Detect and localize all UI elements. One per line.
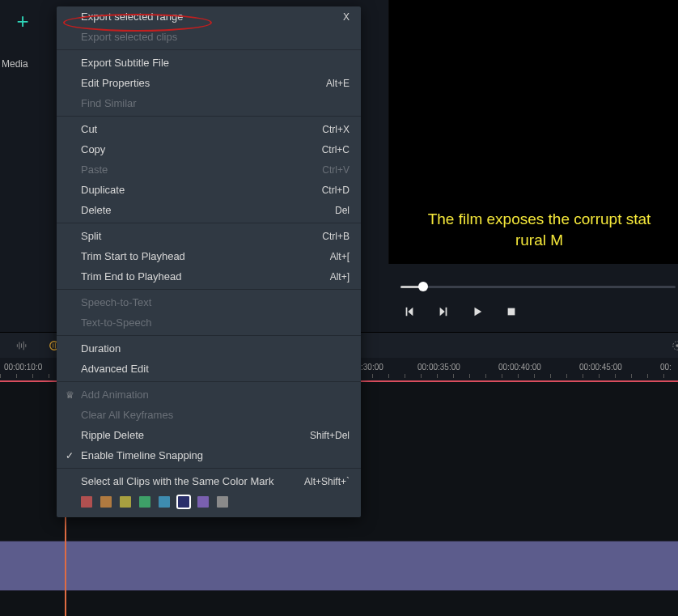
- svg-rect-2: [19, 342, 20, 350]
- audio-waveform-icon[interactable]: [15, 338, 29, 353]
- color-swatch[interactable]: [178, 496, 189, 508]
- menu-item-text-to-speech: Text-to-Speech: [57, 312, 361, 333]
- ruler-timestamp: 00:00:45:00: [579, 363, 622, 372]
- ruler-timestamp: 00:00:40:00: [498, 363, 541, 372]
- color-swatch[interactable]: [139, 496, 150, 508]
- menu-item-shortcut: Alt+]: [330, 271, 350, 283]
- menu-item-export-selected-range[interactable]: Export selected rangeX: [57, 6, 361, 27]
- menu-item-shortcut: X: [343, 11, 350, 23]
- subtitle-line: The film exposes the corrupt stat: [400, 209, 678, 230]
- menu-item-label: Edit Properties: [81, 77, 150, 89]
- menu-item-duplicate[interactable]: DuplicateCtrl+D: [57, 180, 361, 200]
- video-clip[interactable]: [0, 541, 678, 591]
- menu-item-label: Text-to-Speech: [81, 316, 151, 329]
- color-swatch[interactable]: [217, 496, 228, 508]
- context-menu: Export selected rangeXExport selected cl…: [57, 6, 361, 517]
- menu-item-duration[interactable]: Duration: [57, 338, 361, 359]
- menu-item-label: Export Subtitle File: [81, 57, 169, 69]
- settings-icon[interactable]: [670, 338, 678, 353]
- menu-item-shortcut: Ctrl+B: [322, 231, 350, 242]
- menu-item-shortcut: Alt+Shift+`: [304, 476, 350, 487]
- menu-item-find-similar: Find Similar: [57, 93, 361, 113]
- menu-item-add-animation: ♕Add Animation: [57, 384, 361, 405]
- color-swatch[interactable]: [100, 496, 112, 508]
- check-icon: ✓: [63, 449, 76, 462]
- menu-item-shortcut: Alt+[: [330, 251, 350, 262]
- menu-item-shortcut: Ctrl+D: [322, 185, 350, 196]
- menu-item-label: Cut: [81, 123, 97, 135]
- menu-item-clear-all-keyframes: Clear All Keyframes: [57, 405, 361, 425]
- menu-item-export-subtitle-file[interactable]: Export Subtitle File: [57, 53, 361, 73]
- menu-item-label: Export selected clips: [81, 31, 177, 43]
- color-swatch[interactable]: [197, 496, 209, 508]
- menu-item-label: Duration: [81, 342, 121, 355]
- prev-frame-button[interactable]: [402, 304, 417, 319]
- menu-separator: [57, 468, 361, 469]
- menu-separator: [57, 49, 361, 50]
- menu-item-speech-to-text: Speech-to-Text: [57, 292, 361, 312]
- subtitle-line: rural M: [400, 230, 678, 251]
- menu-item-shortcut: Ctrl+V: [322, 164, 350, 176]
- menu-item-label: Add Animation: [81, 389, 149, 401]
- svg-rect-3: [21, 343, 22, 347]
- menu-item-label: Trim End to Playhead: [81, 270, 182, 283]
- transport-controls: [402, 304, 519, 319]
- menu-item-label: Copy: [81, 143, 105, 155]
- menu-separator: [57, 223, 361, 223]
- menu-item-cut[interactable]: CutCtrl+X: [57, 119, 361, 139]
- menu-separator: [57, 289, 361, 290]
- preview-scrub-bar[interactable]: [400, 283, 676, 291]
- stop-button[interactable]: [504, 304, 519, 319]
- ruler-timestamp: :30:00: [361, 363, 383, 372]
- menu-item-label: Select all Clips with the Same Color Mar…: [81, 475, 273, 487]
- svg-rect-1: [17, 344, 18, 347]
- media-panel-label: Media: [2, 58, 28, 70]
- menu-item-shortcut: Shift+Del: [310, 430, 350, 441]
- menu-item-shortcut: Ctrl+X: [322, 124, 350, 135]
- color-swatch[interactable]: [120, 496, 131, 508]
- scrub-track: [400, 286, 676, 288]
- menu-item-paste: PasteCtrl+V: [57, 159, 361, 180]
- menu-item-edit-properties[interactable]: Edit PropertiesAlt+E: [57, 73, 361, 93]
- color-swatch[interactable]: [159, 496, 170, 508]
- menu-separator: [57, 335, 361, 336]
- menu-item-enable-timeline-snapping[interactable]: ✓Enable Timeline Snapping: [57, 445, 361, 465]
- menu-item-select-all-clips-with-the-same-color-mark[interactable]: Select all Clips with the Same Color Mar…: [57, 471, 361, 491]
- menu-item-label: Clear All Keyframes: [81, 409, 173, 421]
- crown-icon: ♕: [63, 389, 76, 401]
- svg-rect-5: [25, 344, 26, 347]
- menu-item-label: Advanced Edit: [81, 363, 149, 375]
- menu-item-label: Duplicate: [81, 184, 125, 196]
- svg-rect-7: [53, 343, 53, 347]
- ruler-timestamp: 00:00:10:0: [4, 363, 42, 372]
- menu-item-label: Ripple Delete: [81, 429, 144, 441]
- play-button[interactable]: [470, 304, 485, 319]
- menu-item-trim-end-to-playhead[interactable]: Trim End to PlayheadAlt+]: [57, 266, 361, 287]
- menu-separator: [57, 116, 361, 117]
- menu-item-label: Split: [81, 230, 101, 242]
- ruler-timestamp: 00:: [660, 363, 672, 372]
- menu-item-label: Enable Timeline Snapping: [81, 449, 203, 461]
- menu-item-shortcut: Ctrl+C: [322, 144, 350, 155]
- menu-item-ripple-delete[interactable]: Ripple DeleteShift+Del: [57, 425, 361, 445]
- color-swatch[interactable]: [81, 496, 92, 508]
- next-frame-button[interactable]: [436, 304, 451, 319]
- scrub-thumb[interactable]: [418, 282, 428, 291]
- menu-item-split[interactable]: SplitCtrl+B: [57, 226, 361, 246]
- menu-item-label: Trim Start to Playhead: [81, 250, 185, 262]
- color-swatch-row: [57, 491, 361, 511]
- menu-item-label: Speech-to-Text: [81, 296, 151, 308]
- ruler-timestamp: 00:00:35:00: [417, 363, 460, 372]
- menu-item-copy[interactable]: CopyCtrl+C: [57, 139, 361, 159]
- menu-item-label: Paste: [81, 164, 108, 176]
- menu-item-advanced-edit[interactable]: Advanced Edit: [57, 359, 361, 379]
- add-media-button[interactable]: +: [8, 6, 37, 36]
- menu-item-export-selected-clips: Export selected clips: [57, 27, 361, 47]
- menu-item-label: Find Similar: [81, 97, 137, 109]
- svg-rect-4: [23, 342, 24, 350]
- menu-item-label: Export selected range: [81, 11, 183, 23]
- menu-item-trim-start-to-playhead[interactable]: Trim Start to PlayheadAlt+[: [57, 246, 361, 266]
- menu-item-shortcut: Del: [335, 205, 350, 216]
- menu-item-delete[interactable]: DeleteDel: [57, 200, 361, 220]
- preview-subtitle: The film exposes the corrupt stat rural …: [400, 209, 678, 251]
